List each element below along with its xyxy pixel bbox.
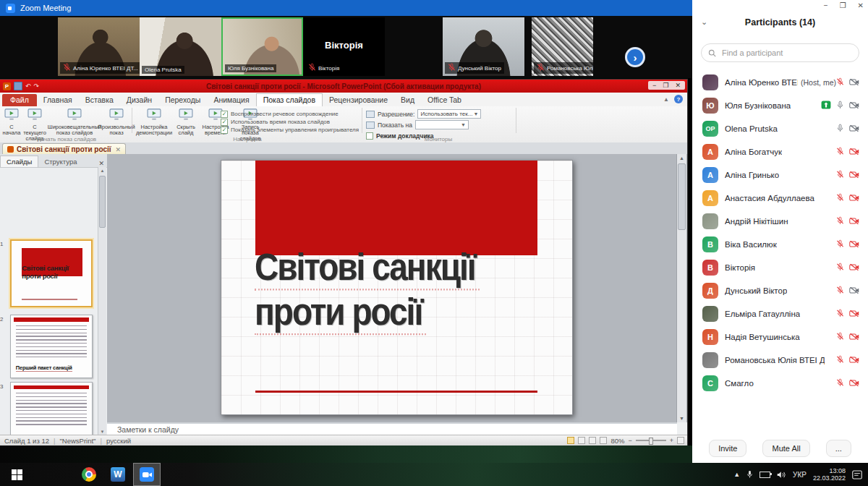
- video-tile[interactable]: Юля Бузнікована: [221, 17, 303, 76]
- powerpoint-app-icon[interactable]: P: [3, 82, 11, 90]
- video-tile[interactable]: ВікторіяВікторія: [303, 17, 385, 76]
- tray-clock[interactable]: 13:08 22.03.2022: [813, 467, 846, 482]
- ribbon-checkbox-row[interactable]: ✓Использовать время показа слайдов: [221, 118, 365, 126]
- scrollbar-thumb[interactable]: [99, 176, 106, 228]
- tab-office-tab[interactable]: Office Tab: [421, 94, 468, 106]
- save-icon[interactable]: [14, 82, 22, 90]
- tray-battery-icon[interactable]: [760, 472, 770, 478]
- video-tile[interactable]: Аліна Юренко ВТЕІ ДТ...: [58, 17, 140, 76]
- tab-slides[interactable]: Слайды: [0, 155, 38, 167]
- slide-title[interactable]: Світові санкції проти росії: [255, 246, 480, 335]
- tray-expand-icon[interactable]: ▲: [733, 471, 740, 478]
- taskbar-zoom[interactable]: [133, 463, 161, 486]
- collapse-panel-icon[interactable]: ⌄: [701, 17, 707, 27]
- help-icon[interactable]: ?: [674, 95, 683, 103]
- tray-language[interactable]: УКР: [793, 471, 807, 479]
- scroll-up-icon[interactable]: ▲: [677, 155, 686, 161]
- slide-red-rectangle[interactable]: [255, 161, 537, 255]
- taskbar-word[interactable]: W: [104, 463, 132, 486]
- taskbar-chrome[interactable]: [75, 463, 103, 486]
- checkbox-checked-icon[interactable]: ✓: [221, 127, 228, 134]
- minimize-ribbon-icon[interactable]: ▲: [663, 96, 669, 103]
- participant-row[interactable]: ССмагло: [692, 372, 868, 395]
- zoom-in-button[interactable]: +: [670, 438, 673, 444]
- video-tile[interactable]: Дунський Віктор: [443, 17, 524, 76]
- slide-thumbnail[interactable]: 2Перший пакет санкцій: [4, 315, 94, 378]
- slide-thumbnail-canvas[interactable]: Перший пакет санкцій: [10, 315, 93, 378]
- slide-canvas[interactable]: Світові санкції проти росії: [221, 160, 573, 415]
- minimize-icon[interactable]: −: [652, 82, 656, 89]
- participant-row[interactable]: OPOlena Prutska: [692, 117, 868, 140]
- scrollbar-thumb[interactable]: [678, 163, 686, 230]
- scroll-up-icon[interactable]: ▲: [98, 169, 106, 173]
- participant-row[interactable]: Романовська Юлія ВТЕІ ДТЕУ: [692, 349, 868, 372]
- video-tile[interactable]: Olena Prutska: [140, 17, 221, 76]
- resolution-dropdown[interactable]: Использовать тек... ▼: [417, 109, 481, 119]
- slide-thumbnail-canvas[interactable]: Світові санкції проти росії: [10, 239, 93, 307]
- tab-рецензирование[interactable]: Рецензирование: [323, 94, 394, 106]
- presenter-checkbox[interactable]: ✓: [366, 132, 373, 140]
- slide-scrollbar[interactable]: ▲ ▼: [676, 154, 686, 422]
- scroll-down-icon[interactable]: ▼: [677, 416, 686, 421]
- ribbon-button[interactable]: Произвольный показ: [102, 108, 131, 136]
- ribbon-button[interactable]: Скрыть слайд: [174, 108, 198, 136]
- participant-row[interactable]: ВВіка Василюк: [692, 233, 868, 256]
- participant-row[interactable]: ЮЮля Бузнікована: [692, 94, 868, 117]
- ribbon-checkbox-row[interactable]: ✓Показать элементы управления проигрыват…: [221, 126, 365, 134]
- tab-анимация[interactable]: Анимация: [207, 94, 255, 106]
- more-options-button[interactable]: ...: [826, 440, 851, 457]
- ribbon-button[interactable]: С начала: [2, 108, 21, 136]
- checkbox-checked-icon[interactable]: ✓: [221, 119, 228, 126]
- participant-row[interactable]: ННадія Ветушинська: [692, 325, 868, 349]
- participant-row[interactable]: ААнастасия Абдуллаева: [692, 187, 868, 210]
- video-tile[interactable]: Романовська Юлія ВТ...: [532, 17, 593, 76]
- presenter-mode-row[interactable]: ✓ Режим докладчика: [366, 130, 434, 141]
- ribbon-checkbox-row[interactable]: ✓Воспроизвести речевое сопровождение: [221, 110, 365, 118]
- fit-to-window-button[interactable]: [677, 437, 684, 444]
- checkbox-checked-icon[interactable]: ✓: [221, 111, 228, 118]
- participant-row[interactable]: ВВікторія: [692, 256, 868, 279]
- participant-row[interactable]: Ельміра Гатаулліна: [692, 302, 868, 325]
- zoom-out-button[interactable]: −: [628, 438, 631, 444]
- tray-volume-icon[interactable]: [777, 471, 786, 479]
- thumbnails-scrollbar[interactable]: ▲ ▼: [98, 167, 106, 435]
- reading-view-button[interactable]: [589, 437, 596, 444]
- slide-thumbnail[interactable]: 1Світові санкції проти росії: [4, 239, 94, 307]
- close-icon[interactable]: ✕: [116, 146, 122, 153]
- invite-button[interactable]: Invite: [709, 440, 746, 457]
- undo-icon[interactable]: ↶: [25, 83, 31, 90]
- tab-главная[interactable]: Главная: [37, 94, 79, 106]
- participant-search[interactable]: [701, 43, 859, 62]
- tab-outline[interactable]: Структура: [38, 156, 82, 167]
- notification-center-icon[interactable]: [852, 470, 862, 479]
- minimize-icon[interactable]: −: [824, 1, 828, 9]
- close-icon[interactable]: ✕: [675, 82, 681, 89]
- ribbon-button[interactable]: Широковещательный показ слайдов: [48, 108, 101, 136]
- normal-view-button[interactable]: [567, 437, 574, 444]
- start-button[interactable]: [0, 463, 33, 486]
- notes-area[interactable]: Заметки к слайду: [107, 422, 677, 435]
- ribbon-button[interactable]: Настройка демонстрации: [136, 108, 172, 136]
- scroll-down-icon[interactable]: ▼: [98, 430, 106, 434]
- tab-вставка[interactable]: Вставка: [79, 94, 120, 106]
- mute-all-button[interactable]: Mute All: [762, 440, 809, 457]
- restore-icon[interactable]: ❐: [663, 82, 668, 89]
- restore-icon[interactable]: ❐: [840, 1, 846, 9]
- tab-file[interactable]: Файл: [2, 94, 37, 106]
- document-tab[interactable]: Світові санкції проти росії ✕: [2, 143, 126, 155]
- participant-row[interactable]: Андрій Нікітішин: [692, 210, 868, 233]
- tab-переходы[interactable]: Переходы: [158, 94, 207, 106]
- slideshow-button[interactable]: [600, 437, 607, 444]
- tab-дизайн[interactable]: Дизайн: [120, 94, 158, 106]
- close-icon[interactable]: ✕: [98, 160, 104, 167]
- tab-показ-слайдов[interactable]: Показ слайдов: [256, 93, 323, 106]
- zoom-slider-thumb[interactable]: [649, 438, 653, 445]
- participant-row[interactable]: Аліна Юренко ВТЕІ ДТ...(Host, me): [692, 71, 868, 94]
- redo-icon[interactable]: ↷: [34, 83, 40, 90]
- show-on-dropdown[interactable]: ▼: [415, 120, 469, 129]
- participant-row[interactable]: ДДунський Віктор: [692, 279, 868, 302]
- zoom-slider[interactable]: [636, 440, 666, 441]
- tab-вид[interactable]: Вид: [394, 94, 421, 106]
- close-icon[interactable]: ✕: [858, 1, 864, 9]
- participant-row[interactable]: ААліна Богатчук: [692, 140, 868, 163]
